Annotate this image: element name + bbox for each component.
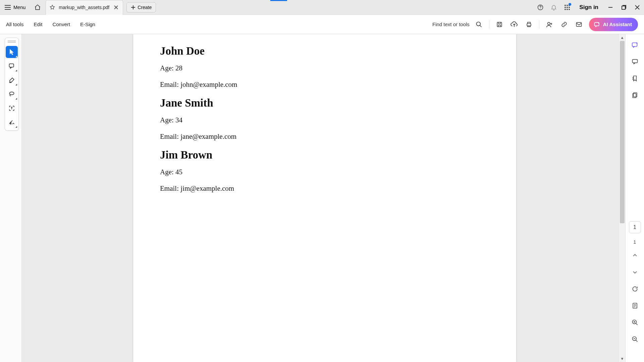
svg-point-3 xyxy=(567,5,568,6)
scroll-track[interactable] xyxy=(619,41,625,355)
highlighter-icon xyxy=(8,77,15,83)
person-email: Email: jane@example.com xyxy=(160,132,489,141)
sign-in-button[interactable]: Sign in xyxy=(574,4,604,11)
minimize-icon xyxy=(608,5,613,10)
highlight-tool[interactable] xyxy=(6,74,18,86)
window-maximize-button[interactable] xyxy=(617,0,631,15)
window-minimize-button[interactable] xyxy=(604,0,617,15)
svg-rect-20 xyxy=(632,43,637,47)
menu-button[interactable]: Menu xyxy=(0,0,30,14)
page-up-button[interactable] xyxy=(629,249,641,261)
current-page-number: 1 xyxy=(633,224,636,230)
svg-point-15 xyxy=(547,22,550,24)
loading-progress-bar xyxy=(270,0,287,1)
scroll-down-arrow[interactable]: ▼ xyxy=(619,355,625,362)
print-button[interactable] xyxy=(522,18,536,31)
zoom-out-button[interactable] xyxy=(629,333,641,345)
signature-icon xyxy=(8,119,15,126)
find-label[interactable]: Find text or tools xyxy=(432,21,470,27)
svg-rect-11 xyxy=(622,6,625,9)
svg-point-6 xyxy=(567,7,568,8)
close-icon xyxy=(114,5,118,9)
comment-tool[interactable] xyxy=(6,60,18,72)
notification-dot xyxy=(569,3,571,6)
svg-rect-21 xyxy=(632,59,637,63)
svg-point-9 xyxy=(567,9,568,10)
link-icon xyxy=(561,21,568,28)
svg-point-2 xyxy=(565,5,566,6)
person-age: Age: 34 xyxy=(160,116,489,124)
svg-point-8 xyxy=(565,9,566,10)
thumbnails-panel-button[interactable] xyxy=(629,89,641,101)
person-age: Age: 45 xyxy=(160,168,489,176)
svg-point-12 xyxy=(476,22,480,26)
selection-toolbox xyxy=(5,38,19,131)
bookmarks-panel-button[interactable] xyxy=(629,72,641,84)
separator xyxy=(539,20,539,29)
create-label: Create xyxy=(138,5,152,10)
mail-icon xyxy=(576,21,582,28)
draw-tool[interactable] xyxy=(6,88,18,100)
document-viewport[interactable]: John Doe Age: 28 Email: john@example.com… xyxy=(21,34,625,362)
zoom-in-icon xyxy=(632,319,638,326)
add-user-icon xyxy=(546,21,553,28)
notifications-button[interactable] xyxy=(547,0,560,15)
right-panel-strip: 1 1 xyxy=(625,34,644,362)
scroll-up-arrow[interactable]: ▲ xyxy=(619,34,625,41)
left-tool-strip xyxy=(0,34,21,362)
search-button[interactable] xyxy=(472,18,486,31)
comments-panel-button[interactable] xyxy=(629,56,641,68)
cursor-icon xyxy=(9,48,15,56)
zoom-in-button[interactable] xyxy=(629,316,641,328)
esign-menu[interactable]: E-Sign xyxy=(80,21,95,27)
help-icon xyxy=(537,4,544,11)
text-select-icon xyxy=(8,105,15,112)
plus-icon xyxy=(131,5,136,10)
person-name: John Doe xyxy=(160,45,489,57)
page-layout-icon xyxy=(632,302,638,309)
ai-assistant-label: AI Assistant xyxy=(603,21,632,27)
person-age: Age: 28 xyxy=(160,64,489,72)
bell-icon xyxy=(550,4,557,11)
email-button[interactable] xyxy=(572,18,586,31)
page-display-button[interactable] xyxy=(629,300,641,312)
page-down-button[interactable] xyxy=(629,266,641,278)
rotate-icon xyxy=(632,286,638,292)
text-select-tool[interactable] xyxy=(6,102,18,114)
upload-button[interactable] xyxy=(507,18,522,31)
home-button[interactable] xyxy=(30,0,45,15)
toolbox-grip[interactable] xyxy=(8,41,16,43)
ai-assistant-button[interactable]: AI Assistant xyxy=(589,18,638,31)
person-name: Jane Smith xyxy=(160,97,489,109)
comment-icon xyxy=(8,63,15,69)
maximize-icon xyxy=(622,5,626,10)
help-button[interactable] xyxy=(534,0,547,15)
tab-close-button[interactable] xyxy=(113,4,119,11)
current-page-box[interactable]: 1 xyxy=(629,221,641,233)
save-icon xyxy=(496,21,503,28)
convert-menu[interactable]: Convert xyxy=(52,21,70,27)
person-name: Jim Brown xyxy=(160,149,489,161)
rotate-button[interactable] xyxy=(629,283,641,295)
ai-panel-button[interactable] xyxy=(629,39,641,51)
svg-rect-18 xyxy=(9,64,14,67)
search-icon xyxy=(476,21,482,28)
sign-tool[interactable] xyxy=(6,116,18,128)
edit-menu[interactable]: Edit xyxy=(34,21,43,27)
apps-button[interactable] xyxy=(560,0,574,15)
share-user-button[interactable] xyxy=(542,18,557,31)
scroll-thumb[interactable] xyxy=(620,41,625,223)
save-button[interactable] xyxy=(492,18,507,31)
ai-chat-icon xyxy=(631,41,639,49)
all-tools-menu[interactable]: All tools xyxy=(6,21,24,27)
select-tool[interactable] xyxy=(6,46,18,58)
chevron-up-icon xyxy=(632,253,638,258)
separator xyxy=(489,20,489,29)
document-tab[interactable]: markup_with_assets.pdf xyxy=(46,0,123,15)
menu-label: Menu xyxy=(13,5,25,10)
chevron-down-icon xyxy=(632,269,638,275)
window-close-button[interactable] xyxy=(631,0,644,15)
link-button[interactable] xyxy=(557,18,572,31)
vertical-scrollbar[interactable]: ▲ ▼ xyxy=(619,34,625,362)
create-button[interactable]: Create xyxy=(126,2,156,12)
